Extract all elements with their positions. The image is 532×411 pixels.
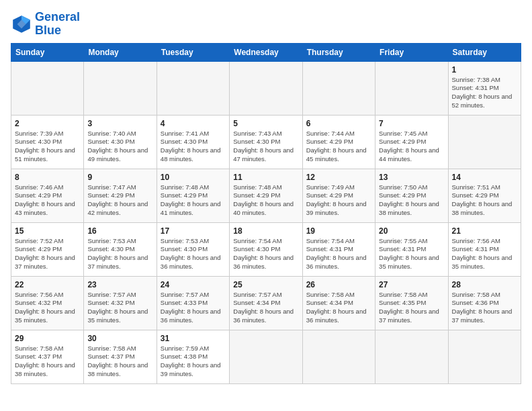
calendar-cell: 13Sunrise: 7:50 AMSunset: 4:29 PMDayligh…	[375, 169, 448, 222]
header: General Blue	[11, 11, 521, 38]
calendar-cell: 11Sunrise: 7:48 AMSunset: 4:29 PMDayligh…	[230, 169, 302, 222]
calendar-cell: 10Sunrise: 7:48 AMSunset: 4:29 PMDayligh…	[157, 169, 229, 222]
calendar-table: SundayMondayTuesdayWednesdayThursdayFrid…	[11, 43, 521, 384]
calendar-cell: 20Sunrise: 7:55 AMSunset: 4:31 PMDayligh…	[375, 222, 448, 276]
day-info: Sunrise: 7:39 AMSunset: 4:30 PMDaylight:…	[15, 130, 75, 163]
day-info: Sunrise: 7:56 AMSunset: 4:32 PMDaylight:…	[15, 291, 75, 324]
calendar-cell	[157, 61, 229, 115]
calendar-cell: 7Sunrise: 7:45 AMSunset: 4:29 PMDaylight…	[375, 115, 448, 169]
calendar-cell: 30Sunrise: 7:58 AMSunset: 4:37 PMDayligh…	[84, 330, 157, 383]
day-number: 25	[233, 280, 298, 289]
day-info: Sunrise: 7:48 AMSunset: 4:29 PMDaylight:…	[161, 183, 221, 216]
calendar-row: 8Sunrise: 7:46 AMSunset: 4:29 PMDaylight…	[11, 169, 521, 222]
calendar-cell: 24Sunrise: 7:57 AMSunset: 4:33 PMDayligh…	[157, 276, 229, 330]
day-info: Sunrise: 7:59 AMSunset: 4:38 PMDaylight:…	[161, 345, 221, 377]
calendar-row: 29Sunrise: 7:58 AMSunset: 4:37 PMDayligh…	[11, 330, 521, 383]
day-number: 28	[452, 280, 517, 289]
day-info: Sunrise: 7:54 AMSunset: 4:31 PMDaylight:…	[306, 237, 367, 270]
day-number: 2	[15, 119, 80, 128]
day-number: 24	[161, 280, 226, 289]
calendar-cell	[230, 61, 302, 115]
day-number: 9	[87, 173, 152, 182]
calendar-cell: 27Sunrise: 7:58 AMSunset: 4:35 PMDayligh…	[375, 276, 448, 330]
calendar-row: 15Sunrise: 7:52 AMSunset: 4:29 PMDayligh…	[11, 222, 521, 276]
day-number: 11	[233, 173, 298, 182]
day-info: Sunrise: 7:47 AMSunset: 4:29 PMDaylight:…	[87, 183, 148, 216]
day-info: Sunrise: 7:38 AMSunset: 4:31 PMDaylight:…	[452, 76, 513, 109]
day-number: 10	[161, 173, 226, 182]
calendar-cell	[302, 61, 375, 115]
day-info: Sunrise: 7:57 AMSunset: 4:33 PMDaylight:…	[161, 291, 221, 324]
day-number: 7	[379, 119, 444, 128]
day-info: Sunrise: 7:58 AMSunset: 4:34 PMDaylight:…	[306, 291, 367, 324]
calendar-cell: 19Sunrise: 7:54 AMSunset: 4:31 PMDayligh…	[302, 222, 375, 276]
day-number: 19	[306, 226, 371, 236]
day-info: Sunrise: 7:40 AMSunset: 4:30 PMDaylight:…	[87, 130, 148, 163]
day-number: 18	[233, 226, 298, 236]
header-row: SundayMondayTuesdayWednesdayThursdayFrid…	[11, 43, 521, 61]
calendar-cell: 2Sunrise: 7:39 AMSunset: 4:30 PMDaylight…	[11, 115, 84, 169]
calendar-cell: 3Sunrise: 7:40 AMSunset: 4:30 PMDaylight…	[84, 115, 157, 169]
day-info: Sunrise: 7:44 AMSunset: 4:29 PMDaylight:…	[306, 130, 367, 163]
col-header-wednesday: Wednesday	[230, 43, 302, 61]
calendar-cell: 12Sunrise: 7:49 AMSunset: 4:29 PMDayligh…	[302, 169, 375, 222]
logo-text: General Blue	[35, 11, 80, 38]
col-header-saturday: Saturday	[448, 43, 521, 61]
calendar-cell: 22Sunrise: 7:56 AMSunset: 4:32 PMDayligh…	[11, 276, 84, 330]
day-number: 30	[87, 334, 152, 343]
day-info: Sunrise: 7:48 AMSunset: 4:29 PMDaylight:…	[233, 183, 294, 216]
day-number: 14	[452, 173, 517, 182]
day-number: 1	[452, 65, 517, 75]
day-number: 22	[15, 280, 80, 289]
calendar-row: 1Sunrise: 7:38 AMSunset: 4:31 PMDaylight…	[11, 61, 521, 115]
day-number: 8	[15, 173, 80, 182]
calendar-cell: 23Sunrise: 7:57 AMSunset: 4:32 PMDayligh…	[84, 276, 157, 330]
day-number: 3	[87, 119, 152, 128]
calendar-cell: 1Sunrise: 7:38 AMSunset: 4:31 PMDaylight…	[448, 61, 521, 115]
calendar-cell	[448, 330, 521, 383]
calendar-cell: 14Sunrise: 7:51 AMSunset: 4:29 PMDayligh…	[448, 169, 521, 222]
day-info: Sunrise: 7:45 AMSunset: 4:29 PMDaylight:…	[379, 130, 439, 163]
day-number: 4	[161, 119, 226, 128]
day-number: 21	[452, 226, 517, 236]
calendar-cell	[375, 330, 448, 383]
day-info: Sunrise: 7:50 AMSunset: 4:29 PMDaylight:…	[379, 183, 439, 216]
calendar-cell: 31Sunrise: 7:59 AMSunset: 4:38 PMDayligh…	[157, 330, 229, 383]
calendar-cell: 25Sunrise: 7:57 AMSunset: 4:34 PMDayligh…	[230, 276, 302, 330]
col-header-friday: Friday	[375, 43, 448, 61]
calendar-cell: 17Sunrise: 7:53 AMSunset: 4:30 PMDayligh…	[157, 222, 229, 276]
day-number: 20	[379, 226, 444, 236]
day-number: 29	[15, 334, 80, 343]
day-info: Sunrise: 7:58 AMSunset: 4:37 PMDaylight:…	[87, 345, 148, 377]
day-info: Sunrise: 7:54 AMSunset: 4:30 PMDaylight:…	[233, 237, 294, 270]
day-number: 6	[306, 119, 371, 128]
logo-icon	[11, 13, 32, 35]
calendar-cell	[11, 61, 84, 115]
calendar-cell	[84, 61, 157, 115]
day-number: 17	[161, 226, 226, 236]
day-number: 12	[306, 173, 371, 182]
calendar-cell	[302, 330, 375, 383]
day-info: Sunrise: 7:55 AMSunset: 4:31 PMDaylight:…	[379, 237, 439, 270]
calendar-cell: 21Sunrise: 7:56 AMSunset: 4:31 PMDayligh…	[448, 222, 521, 276]
day-info: Sunrise: 7:57 AMSunset: 4:34 PMDaylight:…	[233, 291, 294, 324]
day-info: Sunrise: 7:53 AMSunset: 4:30 PMDaylight:…	[87, 237, 148, 270]
calendar-cell: 9Sunrise: 7:47 AMSunset: 4:29 PMDaylight…	[84, 169, 157, 222]
day-info: Sunrise: 7:46 AMSunset: 4:29 PMDaylight:…	[15, 183, 75, 216]
day-info: Sunrise: 7:56 AMSunset: 4:31 PMDaylight:…	[452, 237, 513, 270]
col-header-sunday: Sunday	[11, 43, 84, 61]
day-info: Sunrise: 7:41 AMSunset: 4:30 PMDaylight:…	[161, 130, 221, 163]
calendar-cell: 6Sunrise: 7:44 AMSunset: 4:29 PMDaylight…	[302, 115, 375, 169]
calendar-cell: 5Sunrise: 7:43 AMSunset: 4:30 PMDaylight…	[230, 115, 302, 169]
day-number: 31	[161, 334, 226, 343]
logo: General Blue	[11, 11, 80, 38]
day-number: 23	[87, 280, 152, 289]
col-header-monday: Monday	[84, 43, 157, 61]
calendar-cell: 15Sunrise: 7:52 AMSunset: 4:29 PMDayligh…	[11, 222, 84, 276]
day-info: Sunrise: 7:49 AMSunset: 4:29 PMDaylight:…	[306, 183, 367, 216]
calendar-cell: 8Sunrise: 7:46 AMSunset: 4:29 PMDaylight…	[11, 169, 84, 222]
calendar-cell: 28Sunrise: 7:58 AMSunset: 4:36 PMDayligh…	[448, 276, 521, 330]
day-number: 16	[87, 226, 152, 236]
day-info: Sunrise: 7:57 AMSunset: 4:32 PMDaylight:…	[87, 291, 148, 324]
calendar-cell	[375, 61, 448, 115]
